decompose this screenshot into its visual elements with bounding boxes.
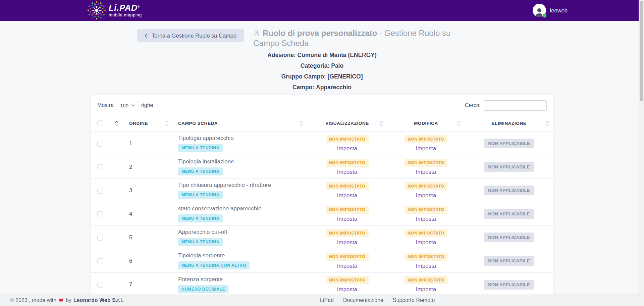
imposta-modifica-link[interactable]: Imposta: [416, 263, 436, 269]
page-scrollbar[interactable]: [639, 0, 644, 306]
row-checkbox[interactable]: [97, 164, 103, 170]
meta-campo: Campo: Apparecchio: [0, 84, 644, 91]
column-header-visualizzazione[interactable]: VISUALIZZAZIONE: [307, 115, 387, 132]
search-label: Cerca:: [465, 102, 481, 108]
logo-title: Li.PAD®: [109, 4, 142, 12]
eliminazione-cell: NON APPLICABILE: [465, 226, 553, 249]
imposta-modifica-link[interactable]: Imposta: [416, 239, 436, 246]
footer-link-supporto-remoto[interactable]: Supporto Remoto: [393, 297, 435, 303]
sort-desc-icon: [380, 124, 383, 126]
sort-asc-icon: [300, 121, 303, 123]
sort-icons: [300, 121, 303, 126]
page-length-control: Mostra 100 righe: [97, 101, 153, 110]
modifica-cell: NON IMPOSTATO Imposta: [387, 273, 465, 296]
search-input[interactable]: [484, 100, 547, 111]
imposta-visualizzazione-link[interactable]: Imposta: [337, 239, 357, 246]
visualizzazione-cell: NON IMPOSTATO Imposta: [307, 132, 387, 155]
meta-categoria: Categoria: Palo: [0, 62, 644, 69]
modifica-status-badge: NON IMPOSTATO: [405, 229, 448, 237]
field-cell: Tipologia installazione MENU A TENDINA: [173, 155, 307, 179]
modifica-status-badge: NON IMPOSTATO: [405, 253, 448, 261]
app-logo[interactable]: Li.PAD® mobile mapping: [87, 1, 142, 20]
field-name: Potenza sorgente: [178, 276, 307, 283]
row-checkbox[interactable]: [97, 211, 103, 217]
imposta-visualizzazione-link[interactable]: Imposta: [337, 263, 357, 269]
field-cell: Tipologia sorgente MENU A TENDINA CON AL…: [173, 249, 307, 273]
modifica-cell: NON IMPOSTATO Imposta: [387, 132, 465, 155]
imposta-modifica-link[interactable]: Imposta: [416, 216, 436, 222]
role-person-icon: [253, 30, 260, 37]
heart-icon: ❤: [58, 297, 64, 304]
column-header-eliminazione[interactable]: ELIMINAZIONE: [465, 115, 553, 132]
scrollbar-thumb[interactable]: [640, 1, 643, 101]
visualizzazione-status-badge: NON IMPOSTATO: [326, 182, 369, 190]
row-checkbox[interactable]: [97, 258, 103, 264]
imposta-visualizzazione-link[interactable]: Imposta: [337, 145, 357, 152]
table-row: 1 Tipologia apparecchio MENU A TENDINA N…: [91, 132, 553, 155]
table-header-row: ORDINE CAMPO SCHEDA: [91, 115, 553, 132]
imposta-visualizzazione-link[interactable]: Imposta: [337, 216, 357, 222]
row-checkbox[interactable]: [97, 141, 103, 147]
eliminazione-status-badge: NON APPLICABILE: [484, 233, 534, 242]
visualizzazione-status-badge: NON IMPOSTATO: [326, 253, 369, 261]
imposta-modifica-link[interactable]: Imposta: [416, 169, 436, 175]
visualizzazione-status-badge: NON IMPOSTATO: [326, 135, 369, 143]
app-header: Li.PAD® mobile mapping leoweb: [0, 0, 644, 21]
sort-desc-icon: [300, 124, 303, 126]
field-cell: Tipo chiusura apparecchio - rifrattore M…: [173, 179, 307, 202]
table-row: 7 Potenza sorgente NUMERO DECIMALE NON I…: [91, 273, 553, 296]
footer-link-documentazione[interactable]: Documentazione: [343, 297, 383, 303]
meta-gruppo-campo: Gruppo Campo: [GENERICO]: [0, 73, 644, 80]
visualizzazione-cell: NON IMPOSTATO Imposta: [307, 249, 387, 273]
eliminazione-cell: NON APPLICABILE: [465, 179, 553, 202]
table-row: 4 stato conservazione apparecchio MENU A…: [91, 202, 553, 226]
field-type-badge: MENU A TENDINA: [178, 167, 223, 175]
user-menu[interactable]: leoweb: [533, 4, 568, 17]
modifica-status-badge: NON IMPOSTATO: [405, 276, 448, 284]
role-name: Ruolo di prova personalizzato: [263, 29, 377, 38]
back-button[interactable]: Torna a Gestione Ruolo su Campo: [137, 29, 244, 42]
sort-icons: [457, 121, 461, 126]
visualizzazione-status-badge: NON IMPOSTATO: [326, 229, 369, 237]
column-header-modifica[interactable]: MODIFICA: [387, 115, 465, 132]
field-cell: stato conservazione apparecchio MENU A T…: [173, 202, 307, 226]
order-cell: 3: [122, 179, 173, 202]
row-checkbox[interactable]: [97, 282, 103, 288]
visualizzazione-status-badge: NON IMPOSTATO: [326, 206, 369, 214]
row-checkbox[interactable]: [97, 188, 103, 194]
chevron-down-icon: [131, 104, 135, 107]
visualizzazione-status-badge: NON IMPOSTATO: [326, 159, 369, 167]
visualizzazione-cell: NON IMPOSTATO Imposta: [307, 226, 387, 249]
modifica-cell: NON IMPOSTATO Imposta: [387, 202, 465, 226]
imposta-visualizzazione-link[interactable]: Imposta: [337, 169, 357, 175]
field-name: Tipologia installazione: [178, 158, 307, 165]
page-length-select[interactable]: 100: [117, 101, 138, 110]
column-header-campo-scheda[interactable]: CAMPO SCHEDA: [173, 115, 307, 132]
field-type-badge: MENU A TENDINA: [178, 144, 223, 152]
app-footer: © 2023 , made with ❤ by Leonardo Web S.r…: [0, 295, 644, 306]
imposta-modifica-link[interactable]: Imposta: [416, 286, 436, 293]
header-select-column[interactable]: [91, 115, 122, 132]
column-header-ordine[interactable]: ORDINE: [122, 115, 173, 132]
footer-link-lipad[interactable]: LiPad: [320, 297, 334, 303]
visualizzazione-cell: NON IMPOSTATO Imposta: [307, 155, 387, 179]
imposta-visualizzazione-link[interactable]: Imposta: [337, 192, 357, 199]
imposta-modifica-link[interactable]: Imposta: [416, 145, 436, 152]
modifica-status-badge: NON IMPOSTATO: [405, 159, 448, 167]
sort-asc-icon: [115, 121, 118, 123]
sort-asc-icon: [457, 121, 461, 123]
visualizzazione-cell: NON IMPOSTATO Imposta: [307, 202, 387, 226]
field-type-badge: MENU A TENDINA: [178, 191, 223, 199]
row-checkbox[interactable]: [97, 235, 103, 241]
chevron-left-icon: [145, 33, 148, 38]
avatar: [533, 4, 546, 17]
fields-table: ORDINE CAMPO SCHEDA: [91, 115, 553, 296]
imposta-modifica-link[interactable]: Imposta: [416, 192, 436, 199]
select-all-checkbox[interactable]: [97, 120, 103, 126]
copyright: © 2023 , made with ❤ by Leonardo Web S.r…: [10, 297, 123, 304]
sort-desc-icon: [115, 124, 118, 126]
sort-asc-icon: [165, 121, 169, 123]
imposta-visualizzazione-link[interactable]: Imposta: [337, 286, 357, 293]
order-cell: 1: [122, 132, 173, 155]
sort-desc-icon: [546, 124, 549, 126]
